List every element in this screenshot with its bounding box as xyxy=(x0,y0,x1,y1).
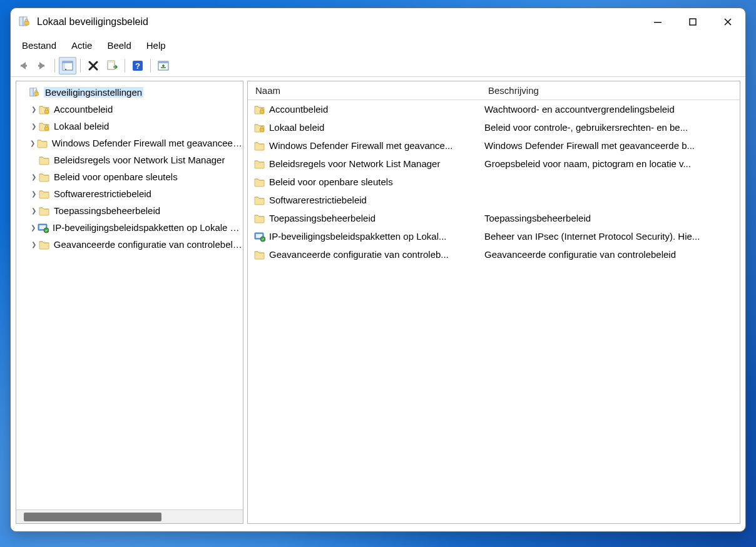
help-button[interactable] xyxy=(129,57,146,74)
list-pane: Naam Beschrijving AccountbeleidWachtwoor… xyxy=(247,81,740,524)
tree-item-label: Beleidsregels voor Network List Manager xyxy=(54,155,225,165)
list-row-name: Toepassingsbeheerbeleid xyxy=(269,213,484,223)
list-row-description: Beheer van IPsec (Internet Protocol Secu… xyxy=(484,231,740,242)
tree-item[interactable]: Beleidsregels voor Network List Manager xyxy=(16,151,243,168)
tree-item[interactable]: ❯Geavanceerde configuratie van controleb… xyxy=(16,236,243,253)
tree-item-label: Beleid voor openbare sleutels xyxy=(54,171,178,182)
toolbar xyxy=(11,54,745,77)
tree-root[interactable]: Beveiligingsinstellingen xyxy=(16,84,243,101)
tree-item[interactable]: ❯Beleid voor openbare sleutels xyxy=(16,168,243,185)
menu-bestand[interactable]: Bestand xyxy=(16,38,63,53)
folder-icon xyxy=(39,239,50,250)
list-row[interactable]: Softwarerestrictiebeleid xyxy=(248,191,740,209)
show-hide-tree-button[interactable] xyxy=(59,57,76,74)
expand-icon[interactable]: ❯ xyxy=(29,241,39,248)
expand-icon[interactable]: ❯ xyxy=(29,190,39,197)
expand-icon[interactable]: ❯ xyxy=(29,106,39,113)
tree-item-label: Toepassingsbeheerbeleid xyxy=(54,205,160,216)
list-row-description: Groepsbeleid voor naam, pictogram en loc… xyxy=(484,158,740,169)
folder-icon xyxy=(39,188,50,200)
tree-item-label: Softwarerestrictiebeleid xyxy=(54,188,151,199)
ipsec-icon xyxy=(38,222,49,233)
content-area: Beveiligingsinstellingen ❯Accountbeleid❯… xyxy=(11,77,745,531)
tree-item-label: Lokaal beleid xyxy=(54,121,109,131)
toolbar-separator xyxy=(150,59,151,73)
column-header-name[interactable]: Naam xyxy=(248,85,481,96)
list-row-name: Geavanceerde configuratie van controleb.… xyxy=(269,249,484,260)
list-header: Naam Beschrijving xyxy=(248,81,740,100)
ipsec-icon xyxy=(254,231,265,242)
nav-back-button[interactable] xyxy=(14,57,32,74)
close-button[interactable] xyxy=(710,8,745,36)
tree-item[interactable]: ❯Softwarerestrictiebeleid xyxy=(16,185,243,202)
list-row-name: Windows Defender Firewall met geavance..… xyxy=(269,140,484,151)
menu-beeld[interactable]: Beeld xyxy=(101,38,137,53)
folder-lock-icon xyxy=(39,104,50,115)
tree-item[interactable]: ❯Windows Defender Firewall met geavancee… xyxy=(16,135,243,151)
expand-icon[interactable]: ❯ xyxy=(29,140,37,146)
tree-item[interactable]: ❯Accountbeleid xyxy=(16,101,243,118)
main-window: Lokaal beveiligingsbeleid Bestand Actie … xyxy=(10,8,746,532)
list-row-description: Windows Defender Firewall met geavanceer… xyxy=(484,140,740,151)
toolbar-separator xyxy=(80,59,81,73)
toolbar-separator xyxy=(125,59,125,73)
folder-icon xyxy=(254,213,265,224)
list-row[interactable]: Windows Defender Firewall met geavance..… xyxy=(248,136,740,155)
list-row-description: Beleid voor controle-, gebruikersrechten… xyxy=(484,122,740,133)
maximize-button[interactable] xyxy=(675,8,710,36)
folder-icon xyxy=(39,205,50,217)
tree-item-label: Accountbeleid xyxy=(54,104,113,115)
toolbar-separator xyxy=(54,59,55,73)
delete-button[interactable] xyxy=(84,57,102,74)
window-buttons xyxy=(640,8,745,36)
list-row-name: Beleidsregels voor Network List Manager xyxy=(269,158,484,169)
list-row[interactable]: AccountbeleidWachtwoord- en accountvergr… xyxy=(248,100,740,118)
tree-item[interactable]: ❯Toepassingsbeheerbeleid xyxy=(16,202,243,219)
minimize-button[interactable] xyxy=(640,8,675,36)
list-row-name: Softwarerestrictiebeleid xyxy=(269,195,484,205)
export-list-button[interactable] xyxy=(103,57,121,74)
list-row-name: IP-beveiligingsbeleidspakketten op Lokal… xyxy=(269,231,484,242)
folder-icon xyxy=(254,249,265,260)
expand-icon[interactable]: ❯ xyxy=(29,207,39,214)
tree-item[interactable]: ❯IP-beveiligingsbeleidspakketten op Loka… xyxy=(16,219,243,236)
folder-lock-icon xyxy=(254,104,265,115)
list-row[interactable]: ToepassingsbeheerbeleidToepassingsbeheer… xyxy=(248,209,740,227)
folder-icon xyxy=(254,140,265,151)
folder-icon xyxy=(39,155,50,166)
folder-icon xyxy=(254,176,265,188)
tree-root-label: Beveiligingsinstellingen xyxy=(44,87,143,98)
tree-item-label: IP-beveiligingsbeleidspakketten op Lokal… xyxy=(53,222,243,233)
folder-icon xyxy=(37,138,48,149)
menubar: Bestand Actie Beeld Help xyxy=(11,36,745,54)
window-title: Lokaal beveiligingsbeleid xyxy=(37,16,640,28)
expand-icon[interactable]: ❯ xyxy=(29,173,39,180)
list-row[interactable]: IP-beveiligingsbeleidspakketten op Lokal… xyxy=(248,227,740,245)
nav-forward-button[interactable] xyxy=(33,57,51,74)
list-row[interactable]: Beleidsregels voor Network List ManagerG… xyxy=(248,155,740,173)
tree-item[interactable]: ❯Lokaal beleid xyxy=(16,118,243,135)
folder-icon xyxy=(254,195,265,206)
tree-item-label: Geavanceerde configuratie van controlebe… xyxy=(54,239,243,250)
app-icon xyxy=(18,16,31,28)
tree-view[interactable]: Beveiligingsinstellingen ❯Accountbeleid❯… xyxy=(16,81,243,509)
scrollbar-thumb[interactable] xyxy=(24,513,161,521)
horizontal-scrollbar[interactable] xyxy=(16,509,243,523)
list-row[interactable]: Geavanceerde configuratie van controleb.… xyxy=(248,245,740,263)
column-header-description[interactable]: Beschrijving xyxy=(481,85,740,96)
tree-pane: Beveiligingsinstellingen ❯Accountbeleid❯… xyxy=(16,81,243,524)
folder-icon xyxy=(254,158,265,170)
svg-rect-19 xyxy=(654,22,662,23)
titlebar[interactable]: Lokaal beveiligingsbeleid xyxy=(11,8,745,36)
expand-icon[interactable]: ❯ xyxy=(29,123,39,130)
svg-rect-20 xyxy=(690,19,696,25)
expand-icon[interactable]: ❯ xyxy=(29,224,38,231)
menu-actie[interactable]: Actie xyxy=(65,38,98,53)
list-row[interactable]: Beleid voor openbare sleutels xyxy=(248,173,740,191)
list-row[interactable]: Lokaal beleidBeleid voor controle-, gebr… xyxy=(248,118,740,136)
properties-button[interactable] xyxy=(155,57,172,74)
folder-icon xyxy=(39,171,50,183)
menu-help[interactable]: Help xyxy=(140,38,172,53)
list-row-description: Wachtwoord- en accountvergrendelingsbele… xyxy=(484,104,740,115)
list-body[interactable]: AccountbeleidWachtwoord- en accountvergr… xyxy=(248,100,740,523)
